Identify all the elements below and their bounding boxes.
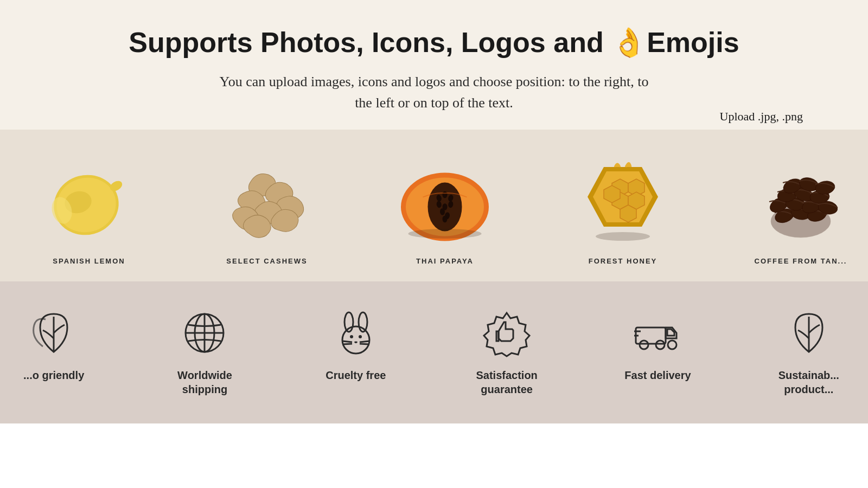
coffee-name: COFFEE FROM TAN... [755, 257, 847, 265]
cruelty-free-label: Cruelty free [326, 368, 386, 382]
sustainable-label: Sustainab...product... [778, 368, 839, 396]
svg-point-49 [359, 335, 362, 338]
svg-point-17 [409, 229, 482, 239]
leaf2-icon [784, 309, 833, 357]
satisfaction-guarantee-item: Satisfactionguarantee [431, 309, 582, 396]
honey-name: FOREST HONEY [589, 257, 658, 265]
title-emoji: 👌 [611, 27, 647, 58]
title-text-part2: Emojis [647, 27, 739, 58]
svg-point-8 [443, 191, 448, 198]
coffee-image [752, 151, 850, 248]
product-item-honey: FOREST HONEY [534, 151, 712, 265]
fast-delivery-label: Fast delivery [624, 368, 691, 382]
satisfaction-guarantee-label: Satisfactionguarantee [476, 368, 537, 396]
cashews-name: SELECT CASHEWS [226, 257, 307, 265]
svg-line-50 [342, 341, 352, 342]
subtitle-text: You can upload images, icons and logos a… [217, 71, 651, 113]
svg-point-56 [656, 341, 665, 349]
product-strip: SPANISH LEMON SELECT CASHEWS [0, 130, 868, 281]
cashews-image [218, 151, 316, 248]
bunny-icon [331, 309, 380, 357]
honey-svg [582, 156, 663, 243]
lemon-svg [46, 156, 132, 243]
papaya-image [396, 151, 494, 248]
worldwide-shipping-item: Worldwideshipping [129, 309, 280, 396]
page-title: Supports Photos, Icons, Logos and 👌Emoji… [11, 27, 857, 58]
product-item-coffee: COFFEE FROM TAN... [712, 151, 868, 265]
coffee-svg [752, 156, 850, 243]
honey-image [574, 151, 672, 248]
worldwide-shipping-label: Worldwideshipping [177, 368, 232, 396]
svg-point-16 [443, 216, 448, 223]
truck-icon [633, 309, 682, 357]
eco-friendly-label: ...o griendly [23, 368, 84, 382]
svg-line-51 [342, 344, 352, 344]
cashews-svg [218, 159, 316, 240]
lemon-name: SPANISH LEMON [53, 257, 125, 265]
cruelty-free-item: Cruelty free [280, 309, 431, 382]
svg-point-55 [640, 341, 648, 349]
product-item-cashews: SELECT CASHEWS [178, 151, 356, 265]
thumbsup-badge-icon [482, 309, 531, 357]
product-item-papaya: THAI PAPAYA [356, 151, 534, 265]
svg-point-26 [596, 232, 650, 241]
title-text-part1: Supports Photos, Icons, Logos and [129, 27, 611, 58]
svg-marker-24 [604, 185, 620, 203]
papaya-name: THAI PAPAYA [416, 257, 474, 265]
svg-point-48 [350, 335, 353, 338]
eco-friendly-item: ...o griendly [0, 309, 129, 382]
features-section: ...o griendly Worldwideshipping [0, 281, 868, 423]
product-item-lemon: SPANISH LEMON [0, 151, 178, 265]
papaya-svg [396, 153, 494, 246]
globe-icon [180, 309, 229, 357]
svg-line-53 [360, 344, 369, 344]
fast-delivery-item: Fast delivery [582, 309, 733, 382]
svg-marker-25 [620, 205, 636, 222]
leaf-icon [29, 309, 78, 357]
top-section: Supports Photos, Icons, Logos and 👌Emoji… [0, 0, 868, 130]
svg-point-57 [668, 341, 676, 349]
lemon-image [40, 151, 138, 248]
svg-line-52 [360, 341, 369, 342]
upload-note-line1: Upload .jpg, .png [720, 108, 803, 125]
sustainable-item: Sustainab...product... [733, 309, 868, 396]
